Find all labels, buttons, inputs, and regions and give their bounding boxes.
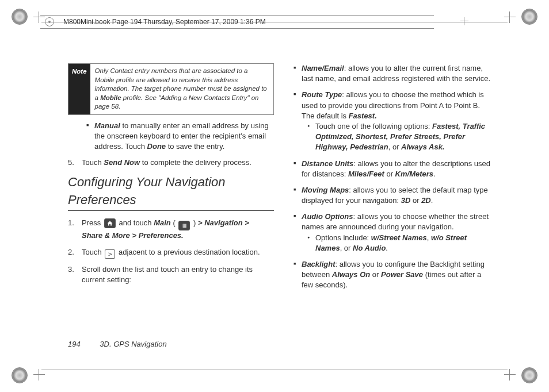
step1-po: (: [173, 218, 177, 227]
route-options: Touch one of the following options: Fast…: [307, 121, 494, 153]
step5-bold: Send Now: [104, 158, 140, 167]
step1-touch: and touch: [119, 218, 154, 227]
opt-backlight: Backlight: allows you to configure the B…: [293, 259, 494, 291]
header-text: M800Mini.book Page 194 Thursday, Septemb…: [40, 15, 434, 29]
manual-done: Done: [147, 142, 166, 151]
route-pre: Touch one of the following options:: [315, 122, 432, 130]
options-list: Name/Email: allows you to alter the curr…: [288, 63, 494, 291]
audio-o1: w/Street Names: [371, 233, 427, 242]
page-number: 194: [68, 340, 81, 348]
opt-bl-or: or: [370, 270, 381, 279]
opt-maps-or: or: [410, 196, 421, 205]
section-heading: Configuring Your Navigation Preferences: [68, 174, 274, 211]
step1-press: Press: [82, 218, 103, 227]
header-filename: M800Mini.book Page 194 Thursday, Septemb…: [63, 17, 266, 27]
corner-circle-br: [521, 367, 537, 383]
step3-text: Scroll down the list and touch an entry …: [82, 265, 253, 284]
route-last: Always Ask.: [401, 143, 444, 151]
opt-audio-label: Audio Options: [302, 212, 353, 221]
step2-pre: Touch: [82, 248, 104, 256]
step5-num: 5.: [68, 157, 74, 168]
step5-pre: Touch: [82, 158, 104, 167]
opt-name-email: Name/Email: allows you to alter the curr…: [293, 63, 494, 84]
audio-sub: Options include: w/Street Names, w/o Str…: [302, 233, 494, 253]
footer-section: 3D. GPS Navigation: [100, 340, 166, 348]
note-label: Note: [68, 64, 90, 114]
step1-gt3: >: [132, 231, 136, 240]
opt-dist-or: or: [384, 170, 395, 178]
step1-main: Main: [154, 218, 171, 227]
audio-options: Options include: w/Street Names, w/o Str…: [307, 233, 494, 253]
opt-maps-o2: 2D: [421, 196, 431, 205]
step2-post: adjacent to a previous destination locat…: [119, 248, 260, 256]
small-cross-hdr: [460, 17, 468, 25]
route-or: , or: [388, 143, 401, 151]
step3-num: 3.: [68, 264, 74, 275]
manual-item: Manual to manually enter an email addres…: [86, 121, 274, 152]
step1-nav: Navigation: [204, 218, 242, 227]
opt-maps-label: Moving Maps: [302, 186, 349, 194]
step1-num: 1.: [68, 218, 74, 228]
step1-gt2: >: [245, 218, 249, 227]
steps-upper: 5. Touch Send Now to complete the delive…: [68, 157, 274, 168]
opt-audio: Audio Options: allows you to choose whet…: [293, 212, 494, 253]
corner-circle-bl: [12, 367, 28, 383]
opt-distance: Distance Units: allows you to alter the …: [293, 159, 494, 179]
step2-num: 2.: [68, 247, 74, 258]
step-2: 2. Touch > adjacent to a previous destin…: [68, 247, 274, 259]
corner-circle-tr: [521, 9, 537, 25]
audio-o3: No Audio: [353, 244, 386, 252]
manual-label: Manual: [94, 121, 120, 130]
route-sub: Touch one of the following options: Fast…: [302, 121, 494, 153]
apps-icon: ▦: [178, 221, 190, 230]
opt-maps-o1: 3D: [401, 196, 411, 205]
opt-maps: Moving Maps: allows you to select the de…: [293, 185, 494, 206]
page-body: Note Only Contact entry numbers that are…: [68, 63, 494, 340]
opt-ne-label: Name/Email: [302, 64, 344, 72]
opt-dist-o2: Km/Meters: [395, 170, 433, 178]
note-body: Only Contact entry numbers that are asso…: [90, 64, 273, 114]
bot-rule: [41, 370, 508, 370]
chevron-right-icon: >: [105, 249, 115, 259]
cross-bl: [33, 369, 45, 381]
step1-gt1: >: [198, 218, 203, 227]
cross-br: [504, 369, 516, 381]
step-5: 5. Touch Send Now to complete the delive…: [68, 157, 274, 168]
opt-bl-o1: Always On: [332, 270, 370, 279]
manual-item-list: Manual to manually enter an email addres…: [81, 121, 274, 152]
opt-dist-label: Distance Units: [302, 159, 353, 168]
step1-pc: ): [191, 218, 198, 227]
corner-circle-tl: [12, 9, 28, 25]
note-text-strong: Mobile: [100, 94, 121, 101]
step-1: 1. Press and touch Main ( ▦ ) > Navigati…: [68, 218, 274, 241]
opt-route: Route Type: allows you to choose the met…: [293, 90, 494, 152]
home-icon: [104, 218, 116, 228]
note-box: Note Only Contact entry numbers that are…: [68, 63, 274, 115]
step5-post: to complete the delivery process.: [140, 158, 251, 167]
page-footer: 194 3D. GPS Navigation: [68, 339, 167, 349]
cross-tr: [504, 11, 516, 23]
step1-share: Share & More: [82, 231, 130, 240]
step-3: 3. Scroll down the list and touch an ent…: [68, 264, 274, 285]
opt-dist-o1: Miles/Feet: [348, 170, 384, 178]
audio-or2: , or: [340, 244, 353, 252]
steps-lower: 1. Press and touch Main ( ▦ ) > Navigati…: [68, 218, 274, 286]
step1-prefs: Preferences.: [139, 231, 184, 240]
opt-bl-label: Backlight: [302, 260, 336, 268]
manual-text2: to save the entry.: [166, 142, 224, 151]
opt-route-label: Route Type: [302, 90, 342, 99]
opt-route-def: Fastest.: [349, 112, 377, 120]
opt-bl-o2: Power Save: [381, 270, 423, 279]
audio-pre: Options include:: [315, 233, 371, 242]
